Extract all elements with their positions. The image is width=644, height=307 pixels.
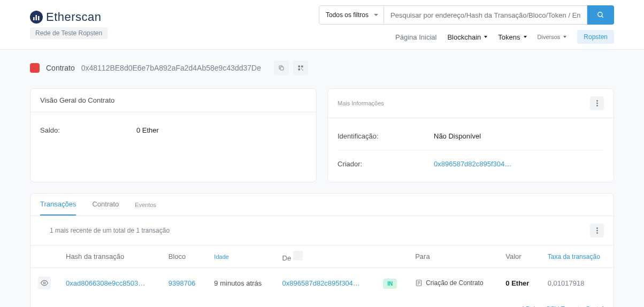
svg-point-18 [43,282,45,284]
overview-body: Saldo: 0 Ether [30,112,316,148]
filter-dropdown[interactable]: Todos os filtros [319,5,384,25]
overview-card: Visão Geral do Contrato Saldo: 0 Ether [30,88,317,182]
moreinfo-title: Mais Informações [338,100,384,106]
search-icon [597,11,604,19]
block-cell[interactable]: 9398706 [161,268,207,298]
txhash-cell[interactable]: 0xad8066308e9cc8503… [58,268,161,298]
search-button[interactable] [587,5,614,25]
th-from: De [275,245,376,268]
tabs-card: Transações Contrato Eventos 1 mais recen… [30,193,614,307]
svg-rect-3 [38,16,40,20]
cards-row: Visão Geral do Contrato Saldo: 0 Ether M… [30,88,614,182]
th-value: Valor [498,245,540,268]
more-button[interactable] [590,96,604,110]
table-footer: [ Baixar CSV Exportação ] [30,298,614,307]
logo-icon [30,11,43,24]
svg-point-15 [596,227,598,229]
nav-home[interactable]: Página Inicial [395,33,436,41]
to-cell: Criação de Contrato [415,279,490,287]
age-cell: 9 minutos atrás [206,268,274,298]
view-button[interactable] [38,277,51,289]
main-container: Contrato 0x48112BE8d0E6e7bA892aFa2d4Ab58… [0,50,644,307]
moreinfo-header: Mais Informações [328,89,614,118]
balance-value: 0 Ether [136,126,159,134]
ropsten-button[interactable]: Ropsten [577,30,614,44]
table-toolbar: 1 mais recente de um total de 1 transaçã… [30,216,614,245]
th-txhash: Hash da transação [58,245,161,268]
balance-label: Saldo: [40,126,136,134]
overview-header: Visão Geral do Contrato [30,89,316,112]
from-cell[interactable]: 0x896587d82c895f304… [275,268,376,298]
tab-contract[interactable]: Contrato [92,194,119,216]
svg-point-17 [596,232,598,234]
svg-line-5 [602,16,603,18]
id-label: Identificação: [338,132,434,140]
document-icon [415,279,423,287]
id-row: Identificação: Não Disponível [338,127,604,145]
table-row: 0xad8066308e9cc8503… 9398706 9 minutos a… [30,268,614,298]
creator-row: Criador: 0x896587d82c895f304… [338,150,604,173]
sort-icon [40,227,47,234]
chevron-down-icon [524,36,527,38]
search-row: Todos os filtros [319,5,614,25]
header-right: Todos os filtros Página Inicial Blockcha… [319,5,614,44]
fee-cell: 0,01017918 [540,268,614,298]
chevron-down-icon [484,36,487,38]
nav-misc[interactable]: Diversos [538,34,567,40]
copy-icon [278,65,285,71]
logo-text: Etherscan [46,10,102,24]
moreinfo-card: Mais Informações Identificação: Não Disp… [327,88,614,182]
contract-header: Contrato 0x48112BE8d0E6e7bA892aFa2d4Ab58… [30,60,614,75]
creator-label: Criador: [338,160,434,168]
search-input[interactable] [384,5,587,25]
th-to: Para [408,245,498,268]
qr-icon [297,65,304,71]
copy-button[interactable] [274,60,289,75]
contract-label: Contrato [46,64,75,72]
svg-point-16 [596,230,598,232]
nav-blockchain[interactable]: Blockchain [447,33,487,41]
network-badge: Rede de Teste Ropsten [30,27,108,39]
svg-point-12 [596,100,598,102]
eye-icon [41,279,48,287]
more-vertical-icon [596,100,598,106]
chevron-down-icon [563,36,566,38]
th-age[interactable]: Idade [206,245,274,268]
svg-rect-7 [298,66,301,68]
table-header-row: Hash da transação Bloco Idade De Para Va… [30,245,614,268]
tab-events[interactable]: Eventos [135,202,156,208]
transactions-table: Hash da transação Bloco Idade De Para Va… [30,245,614,298]
moreinfo-body: Identificação: Não Disponível Criador: 0… [328,118,614,182]
th-block: Bloco [161,245,207,268]
overview-title: Visão Geral do Contrato [40,96,114,104]
svg-rect-11 [302,70,303,71]
header-left: Etherscan Rede de Teste Ropsten [30,10,108,39]
contract-avatar-icon [30,63,40,73]
contract-address: 0x48112BE8d0E6e7bA892aFa2d4Ab58e9c43dd37… [81,64,261,72]
balance-row: Saldo: 0 Ether [40,121,306,140]
creator-value[interactable]: 0x896587d82c895f304… [434,160,511,168]
svg-rect-2 [36,15,37,20]
svg-rect-1 [33,17,35,20]
svg-rect-9 [298,68,301,71]
svg-point-14 [596,105,598,106]
svg-rect-6 [280,67,283,70]
more-vertical-icon [596,227,598,234]
nav-row: Página Inicial Blockchain Tokens Diverso… [395,30,614,44]
qr-button[interactable] [293,60,308,75]
tabs: Transações Contrato Eventos [30,194,614,216]
square-icon [293,251,303,260]
svg-rect-10 [301,68,302,70]
table-more-button[interactable] [590,224,604,237]
logo[interactable]: Etherscan [30,10,108,24]
contract-actions [274,60,308,75]
direction-badge: IN [383,279,397,289]
svg-point-13 [596,103,598,104]
tab-transactions[interactable]: Transações [40,194,76,216]
id-value: Não Disponível [434,132,481,140]
value-cell: 0 Ether [498,268,540,298]
svg-rect-8 [301,66,303,68]
th-fee[interactable]: Taxa da transação [540,245,614,268]
top-header: Etherscan Rede de Teste Ropsten Todos os… [0,0,644,50]
nav-tokens[interactable]: Tokens [498,33,526,41]
